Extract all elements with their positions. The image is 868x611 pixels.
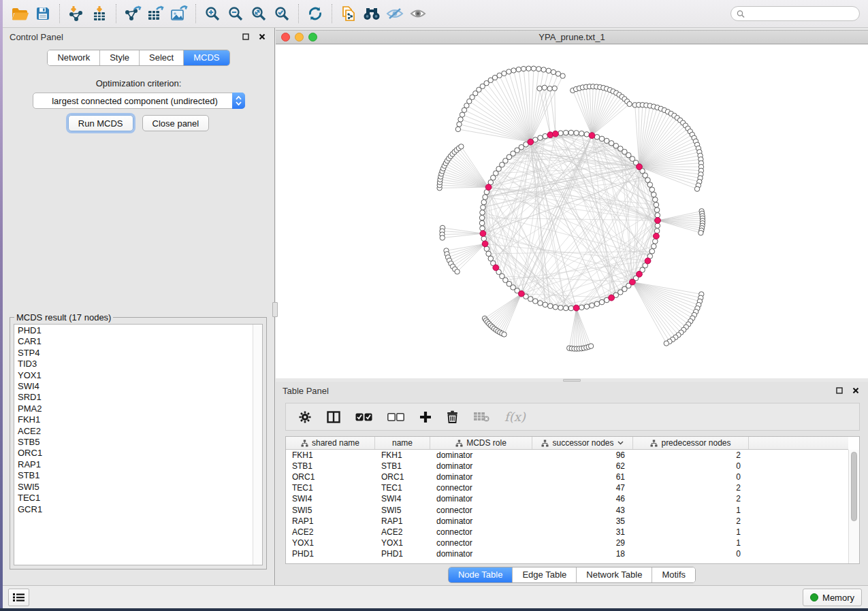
show-panel-list-button[interactable] [8, 589, 29, 606]
table-row[interactable]: ORC1ORC1dominator610 [286, 472, 848, 482]
function-builder-button[interactable]: f(x) [504, 407, 526, 427]
deselect-all-rows-button[interactable] [387, 407, 404, 427]
zoom-in-icon [204, 5, 221, 22]
table-row[interactable]: TEC1TEC1connector472 [286, 482, 848, 493]
save-session-button[interactable] [31, 3, 54, 24]
table-cell: STB1 [286, 461, 375, 471]
hide-selected-button[interactable] [383, 3, 406, 24]
zoom-selected-button[interactable] [270, 3, 293, 24]
table-row[interactable]: RAP1RAP1dominator352 [286, 516, 848, 527]
window-maximize-button[interactable] [308, 33, 317, 42]
mcds-result-item[interactable]: TEC1 [18, 493, 253, 503]
table-cell: 0 [633, 461, 749, 471]
select-all-rows-button[interactable] [355, 407, 372, 427]
export-image-button[interactable] [167, 3, 191, 24]
criterion-select[interactable]: largest connected component (undirected) [33, 93, 245, 109]
delete-table-button[interactable] [473, 407, 489, 427]
mcds-result-item[interactable]: STB5 [18, 437, 253, 448]
tab-motifs[interactable]: Motifs [652, 567, 695, 582]
mcds-list-scrollbar[interactable] [253, 325, 262, 565]
mcds-result-item[interactable]: CAR1 [18, 336, 253, 347]
table-row[interactable]: SWI4SWI4dominator462 [286, 493, 848, 504]
mcds-result-item[interactable]: ACE2 [18, 426, 253, 437]
table-cell: dominator [430, 516, 532, 526]
table-cell: 0 [633, 472, 749, 482]
network-window-titlebar[interactable]: YPA_prune.txt_1 [276, 30, 868, 44]
table-cell: 1 [633, 538, 749, 548]
mcds-result-item[interactable]: YOX1 [18, 370, 253, 381]
status-bar: Memory [3, 585, 868, 608]
new-network-from-selection-button[interactable] [337, 3, 360, 24]
float-table-panel-button[interactable] [834, 385, 845, 396]
mcds-result-item[interactable]: RAP1 [18, 459, 253, 470]
table-scrollbar[interactable] [848, 450, 859, 563]
mcds-result-item[interactable]: STB1 [18, 470, 253, 481]
import-network-button[interactable] [65, 3, 88, 24]
open-file-button[interactable] [8, 3, 31, 24]
export-table-button[interactable] [144, 3, 167, 24]
column-type-icon [455, 440, 463, 447]
export-network-button[interactable] [121, 3, 144, 24]
table-scrollbar-thumb[interactable] [851, 452, 857, 521]
tab-network-table[interactable]: Network Table [576, 567, 652, 582]
tab-network[interactable]: Network [48, 50, 99, 65]
show-columns-button[interactable] [327, 407, 340, 427]
table-row[interactable]: SWI5SWI5connector431 [286, 504, 848, 515]
tab-style[interactable]: Style [99, 50, 139, 65]
window-close-button[interactable] [281, 33, 290, 42]
mcds-result-item[interactable]: STP4 [18, 348, 253, 359]
zoom-out-button[interactable] [224, 3, 247, 24]
table-row[interactable]: PHD1PHD1dominator180 [286, 548, 848, 559]
table-row[interactable]: STB1STB1dominator620 [286, 461, 848, 472]
mcds-result-item[interactable]: PHD1 [18, 325, 253, 336]
mcds-result-item[interactable]: SWI4 [18, 381, 253, 392]
close-panel-button[interactable] [257, 31, 268, 42]
table-row[interactable]: FKH1FKH1dominator962 [286, 450, 848, 461]
delete-row-button[interactable] [447, 407, 458, 427]
eye-slash-icon [386, 6, 404, 21]
mcds-result-item[interactable]: SRD1 [18, 392, 253, 403]
table-cell: 29 [532, 538, 633, 548]
zoom-fit-button[interactable] [247, 3, 270, 24]
table-body: FKH1FKH1dominator962STB1STB1dominator620… [286, 450, 848, 563]
import-table-button[interactable] [88, 3, 111, 24]
float-panel-button[interactable] [240, 31, 251, 42]
vertical-splitter[interactable] [272, 302, 278, 317]
tab-node-table[interactable]: Node Table [449, 567, 513, 582]
table-settings-button[interactable] [298, 407, 312, 427]
tab-edge-table[interactable]: Edge Table [512, 567, 576, 582]
mcds-result-item[interactable]: SWI5 [18, 482, 253, 493]
run-mcds-button[interactable]: Run MCDS [68, 115, 133, 131]
column-header-shared-name[interactable]: shared name [286, 437, 375, 449]
settings-gear-icon [298, 410, 312, 424]
apply-preferred-layout-button[interactable] [304, 3, 327, 24]
column-header-name[interactable]: name [375, 437, 430, 449]
network-graph[interactable] [276, 45, 868, 378]
column-header-predecessor-nodes[interactable]: predecessor nodes [633, 437, 749, 449]
add-row-button[interactable] [419, 407, 432, 427]
mcds-result-item[interactable]: PMA2 [18, 403, 253, 414]
memory-button[interactable]: Memory [803, 589, 862, 606]
close-table-panel-button[interactable] [850, 385, 861, 396]
table-row[interactable]: YOX1YOX1connector291 [286, 538, 848, 548]
search-input[interactable] [748, 9, 854, 18]
column-label: successor nodes [552, 438, 613, 448]
tab-mcds[interactable]: MCDS [183, 50, 229, 65]
zoom-in-button[interactable] [201, 3, 224, 24]
mcds-result-item[interactable]: ORC1 [18, 448, 253, 459]
close-mcds-panel-button[interactable]: Close panel [142, 115, 210, 131]
mcds-result-item[interactable]: TID3 [18, 359, 253, 369]
mcds-result-item[interactable]: GCR1 [18, 504, 253, 515]
window-minimize-button[interactable] [295, 33, 304, 42]
table-cell: PHD1 [375, 549, 430, 559]
select-first-neighbors-button[interactable] [360, 3, 383, 24]
column-header-successor-nodes[interactable]: successor nodes [532, 437, 633, 449]
show-all-button[interactable] [406, 3, 430, 24]
optimization-criterion-label: Optimization criterion: [3, 78, 274, 88]
table-row[interactable]: ACE2ACE2connector311 [286, 527, 848, 538]
table-panel-tabs: Node TableEdge TableNetwork TableMotifs [448, 567, 696, 583]
mcds-result-item[interactable]: FKH1 [18, 414, 253, 425]
column-header-MCDS-role[interactable]: MCDS role [430, 437, 532, 449]
tab-select[interactable]: Select [139, 50, 183, 65]
network-view-canvas[interactable] [276, 45, 868, 378]
